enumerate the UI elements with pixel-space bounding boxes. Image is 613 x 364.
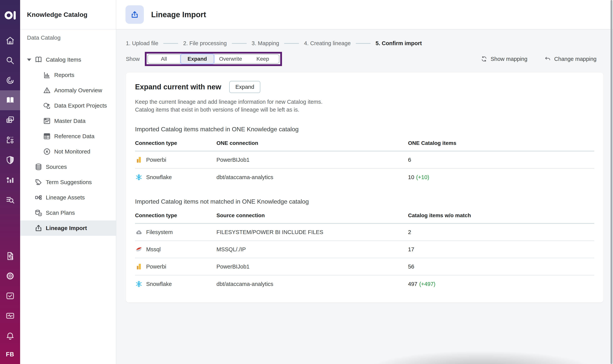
- page-header: Lineage Import: [116, 0, 613, 29]
- annotation-highlight-box: AllExpandOverwriteKeep: [145, 52, 282, 66]
- sidebar-tree-item[interactable]: Anomaly Overview: [20, 83, 116, 98]
- sidebar-tree-item[interactable]: Catalog Items: [20, 52, 116, 67]
- rail-item[interactable]: [5, 251, 15, 261]
- lineage-import-icon: [34, 224, 43, 232]
- catalog-items-count: 17: [408, 246, 414, 253]
- rail-item[interactable]: [5, 291, 15, 301]
- sidebar: Knowledge Catalog Data Catalog Catalog I…: [20, 0, 116, 364]
- sidebar-item-label: Reference Data: [54, 133, 95, 140]
- rail-item[interactable]: [5, 115, 15, 125]
- segment-option[interactable]: Overwrite: [215, 54, 247, 64]
- column-header: Catalog items w/o match: [408, 212, 594, 219]
- connection-type-cell: Snowflake: [135, 280, 217, 288]
- table-body: Powerbi PowerBIJob1 6 S: [135, 151, 594, 186]
- show-mapping-button[interactable]: Show mapping: [481, 55, 527, 62]
- step-label: 1. Upload file: [126, 40, 158, 47]
- rail-item[interactable]: [5, 135, 15, 145]
- sidebar-tree-item[interactable]: Lineage Import: [20, 221, 116, 236]
- avatar[interactable]: FB: [6, 351, 14, 358]
- panel-description-line2: Catalog items that exist in both version…: [135, 106, 594, 114]
- column-header: Connection type: [135, 140, 217, 146]
- sidebar-item-label: Anomaly Overview: [54, 87, 102, 94]
- sidebar-tree-item[interactable]: Scan Plans: [20, 205, 116, 221]
- rail-item[interactable]: [5, 331, 15, 341]
- filesystem-icon: [135, 228, 143, 236]
- segment-option[interactable]: All: [148, 54, 180, 64]
- rail-item[interactable]: [5, 36, 15, 46]
- sync-icon: [481, 55, 488, 62]
- panel-description: Keep the current lineage and add lineage…: [135, 98, 594, 114]
- sidebar-tree-item[interactable]: Not Monitored: [20, 144, 116, 159]
- segment-option-label: Expand: [188, 56, 207, 62]
- sidebar-tree: Catalog Items Reports Anomaly Overview: [20, 52, 116, 236]
- table-row: Powerbi PowerBIJob1 6: [135, 151, 594, 169]
- snowflake-icon: [135, 280, 143, 288]
- rail-item[interactable]: [5, 195, 15, 205]
- step-connector: [356, 43, 371, 44]
- lineage-assets-icon: [34, 193, 43, 202]
- rail-item[interactable]: [5, 175, 15, 185]
- step-label: 3. Mapping: [252, 40, 279, 47]
- catalog-items-cell: 2: [408, 229, 594, 235]
- connection-type-label: Snowflake: [146, 281, 172, 287]
- scrollbar-thumb[interactable]: [611, 0, 613, 364]
- rail-item[interactable]: [5, 55, 15, 65]
- catalog-items-count: 10: [408, 174, 414, 181]
- caret-down-icon[interactable]: [27, 59, 32, 61]
- show-mapping-label: Show mapping: [490, 56, 527, 62]
- step-connector: [163, 43, 178, 44]
- sidebar-tree-item[interactable]: Reports: [20, 67, 116, 83]
- catalog-items-cell: 10 (+10): [408, 174, 594, 181]
- rail-item[interactable]: [5, 155, 15, 165]
- step-indicator: 1. Upload file 2. File processing 3. Map…: [126, 40, 603, 47]
- segment-option[interactable]: Keep: [247, 54, 279, 64]
- logo-bar: [14, 11, 16, 20]
- app-icon-rail: FB: [0, 0, 20, 364]
- sources-icon: [34, 163, 43, 171]
- catalog-items-cell: 17: [408, 246, 594, 253]
- rail-item[interactable]: [5, 311, 15, 321]
- rail-item[interactable]: [5, 95, 15, 105]
- connection-type-cell: Filesystem: [135, 228, 217, 236]
- sidebar-item-label: Lineage Import: [46, 225, 87, 231]
- scrollbar: [610, 0, 613, 364]
- matched-table: Connection type ONE connection ONE Catal…: [135, 140, 594, 186]
- connection-name: PowerBIJob1: [217, 157, 408, 163]
- filter-toolbar: Show AllExpandOverwriteKeep Show mapping: [126, 52, 603, 66]
- connection-type-cell: Mssql: [135, 246, 217, 253]
- catalog-items-delta: (+10): [416, 174, 429, 181]
- catalog-items-cell: 56: [408, 263, 594, 270]
- segment-option-label: Overwrite: [219, 56, 242, 62]
- logo-ring: [5, 11, 13, 19]
- home-icon: [5, 36, 15, 46]
- table-header-row: Connection type ONE connection ONE Catal…: [135, 140, 594, 151]
- content-area: 1. Upload file 2. File processing 3. Map…: [116, 29, 613, 364]
- sidebar-tree-item[interactable]: Master Data: [20, 113, 116, 129]
- catalog-items-cell: 6: [408, 157, 594, 163]
- rail-item[interactable]: [5, 75, 15, 85]
- connection-name: PowerBIJob1: [217, 263, 408, 270]
- sidebar-tree-item[interactable]: Term Suggestions: [20, 175, 116, 190]
- tasks-icon: [5, 291, 15, 301]
- change-mapping-button[interactable]: Change mapping: [544, 55, 597, 62]
- expand-button[interactable]: Expand: [229, 81, 260, 93]
- catalog-items-count: 2: [408, 229, 411, 235]
- governance-shield-icon: [5, 155, 15, 165]
- rail-item[interactable]: [5, 271, 15, 281]
- sidebar-tree-item[interactable]: Sources: [20, 159, 116, 175]
- term-suggestions-icon: [34, 178, 43, 186]
- sidebar-tree-item[interactable]: Lineage Assets: [20, 190, 116, 205]
- connection-name: dbt/ataccama-analytics: [217, 281, 408, 287]
- data-export-projects-icon: [43, 102, 51, 110]
- sidebar-tree-item[interactable]: Reference Data: [20, 129, 116, 144]
- step-connector: [284, 43, 299, 44]
- step-label: 4. Creating lineage: [304, 40, 351, 47]
- connection-type-label: Mssql: [146, 246, 161, 253]
- wizard-step: 2. File processing: [183, 40, 252, 47]
- segment-option[interactable]: Expand: [180, 53, 215, 64]
- catalog-items-cell: 497 (+497): [408, 281, 594, 287]
- sidebar-item-label: Catalog Items: [46, 56, 81, 63]
- sidebar-section-label: Data Catalog: [20, 34, 116, 41]
- connection-name: dbt/ataccama-analytics: [217, 174, 408, 181]
- sidebar-tree-item[interactable]: Data Export Projects: [20, 98, 116, 113]
